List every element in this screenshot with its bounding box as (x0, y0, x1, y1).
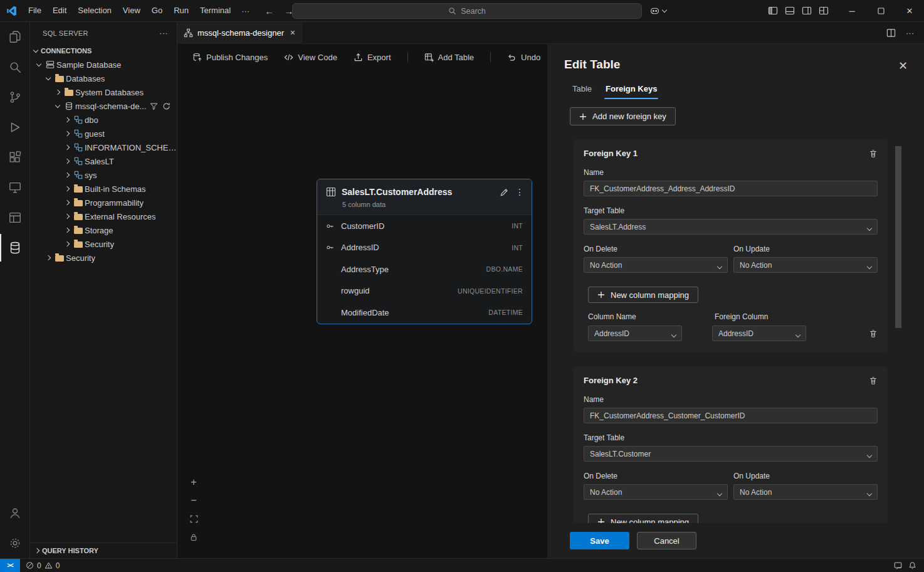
table-card-customeraddress[interactable]: SalesLT.CustomerAddress ⋮ 5 column data … (317, 179, 532, 324)
menu-edit[interactable]: Edit (47, 3, 72, 19)
explorer-icon[interactable] (0, 22, 30, 52)
tree-item-storage[interactable]: Storage (30, 223, 177, 237)
menubar-overflow[interactable]: ··· (236, 6, 255, 16)
source-control-icon[interactable] (0, 82, 30, 112)
panel-tab-foreign-keys[interactable]: Foreign Keys (599, 79, 664, 99)
connections-section-header[interactable]: CONNECTIONS (30, 44, 177, 58)
table-kebab-menu-icon[interactable]: ⋮ (515, 187, 524, 197)
new-column-mapping-button[interactable]: New column mapping (588, 514, 698, 523)
cancel-button[interactable]: Cancel (637, 532, 696, 549)
notifications-bell-icon[interactable] (908, 561, 916, 569)
on-delete-select[interactable]: No Action (584, 484, 728, 500)
search-view-icon[interactable] (0, 52, 30, 82)
menu-view[interactable]: View (117, 3, 146, 19)
panel-tab-table[interactable]: Table (565, 79, 599, 99)
tree-item-programmability[interactable]: Programmability (30, 196, 177, 209)
column-row-addressid[interactable]: AddressIDINT (317, 237, 532, 259)
extensions-icon[interactable] (0, 142, 30, 172)
fit-view-button[interactable] (189, 514, 199, 524)
delete-foreign-key-icon[interactable] (869, 376, 878, 385)
sidebar-more-actions[interactable]: ··· (159, 28, 168, 38)
menu-terminal[interactable]: Terminal (194, 3, 236, 19)
tree-item-security[interactable]: Security (30, 251, 177, 265)
account-icon[interactable] (0, 498, 30, 528)
tree-item-sys[interactable]: sys (30, 168, 177, 182)
run-and-debug-icon[interactable] (0, 112, 30, 142)
remote-indicator[interactable]: >< (0, 559, 20, 572)
toolbar-undo-button[interactable]: Undo (507, 53, 540, 62)
maximize-button[interactable] (866, 0, 895, 21)
close-window-button[interactable]: ✕ (895, 0, 924, 21)
toggle-panel-icon[interactable] (785, 6, 795, 16)
sql-projects-icon[interactable] (0, 203, 30, 233)
column-name-select[interactable]: AddressID (588, 326, 682, 341)
close-panel-icon[interactable]: ✕ (898, 60, 908, 72)
tree-item-security[interactable]: Security (30, 237, 177, 251)
column-mapping-section: New column mappingColumn NameForeign Col… (588, 273, 878, 341)
tree-item-guest[interactable]: guest (30, 127, 177, 140)
filter-icon[interactable] (150, 102, 158, 110)
toolbar-export-button[interactable]: Export (354, 53, 391, 62)
delete-mapping-icon[interactable] (869, 329, 878, 338)
table-grid-icon (326, 187, 336, 197)
foreign-key-name-input[interactable] (584, 408, 878, 423)
tree-item-built-in-schemas[interactable]: Built-in Schemas (30, 182, 177, 196)
sql-server-view-icon[interactable] (0, 233, 30, 263)
column-row-customerid[interactable]: CustomerIDINT (317, 215, 532, 237)
column-row-modifieddate[interactable]: ModifiedDateDATETIME (317, 302, 532, 324)
customize-layout-icon[interactable] (819, 6, 829, 16)
target-table-select[interactable]: SalesLT.Address (584, 219, 878, 235)
back-arrow-icon[interactable]: ← (265, 6, 274, 16)
tree-item-databases[interactable]: Databases (30, 72, 177, 85)
zoom-out-button[interactable]: − (189, 495, 199, 506)
edit-pencil-icon[interactable] (500, 188, 509, 197)
editor-feedback-icon[interactable] (894, 561, 902, 569)
on-delete-select[interactable]: No Action (584, 257, 728, 273)
tree-item-sample-database[interactable]: Sample Database (30, 58, 177, 72)
new-column-mapping-button[interactable]: New column mapping (588, 287, 698, 303)
table-card-header[interactable]: SalesLT.CustomerAddress ⋮ 5 column data (317, 179, 532, 215)
menu-go[interactable]: Go (146, 3, 168, 19)
delete-foreign-key-icon[interactable] (869, 149, 878, 158)
minimize-button[interactable]: ─ (837, 0, 866, 21)
tree-item-mssql-schema-de[interactable]: mssql-schema-de... (30, 99, 177, 113)
foreign-key-name-input[interactable] (584, 181, 878, 196)
tab-mssql-schema-designer[interactable]: mssql-schema-designer × (177, 22, 302, 44)
tree-item-external-resources[interactable]: External Resources (30, 209, 177, 223)
column-row-rowguid[interactable]: rowguidUNIQUEIDENTIFIER (317, 280, 532, 302)
add-new-foreign-key-button[interactable]: Add new foreign key (570, 107, 676, 125)
column-row-addresstype[interactable]: AddressTypeDBO.NAME (317, 258, 532, 280)
query-history-section-header[interactable]: QUERY HISTORY (30, 543, 177, 558)
editor-more-actions[interactable]: ··· (906, 28, 914, 38)
toolbar-publish-button[interactable]: Publish Changes (192, 53, 268, 62)
schema-designer-canvas[interactable]: Publish ChangesView CodeExportAdd TableU… (177, 44, 547, 558)
search-input[interactable]: Search (292, 3, 642, 19)
problems-status[interactable]: 0 0 (20, 561, 65, 570)
refresh-icon[interactable] (162, 102, 171, 110)
toolbar-view-code-button[interactable]: View Code (284, 53, 337, 62)
tree-item-system-databases[interactable]: System Databases (30, 85, 177, 99)
target-table-select[interactable]: SalesLT.Customer (584, 446, 878, 462)
split-editor-icon[interactable] (886, 28, 896, 38)
panel-scrollbar[interactable] (895, 146, 901, 328)
menu-file[interactable]: File (23, 3, 47, 19)
copilot-menu[interactable] (649, 3, 666, 19)
toolbar-add-table-button[interactable]: Add Table (424, 53, 475, 62)
toggle-secondary-sidebar-icon[interactable] (802, 6, 812, 16)
close-tab-icon[interactable]: × (290, 28, 295, 38)
save-button[interactable]: Save (570, 532, 629, 549)
foreign-column-select[interactable]: AddressID (712, 326, 806, 341)
zoom-in-button[interactable]: + (189, 477, 199, 487)
menu-run[interactable]: Run (168, 3, 194, 19)
toggle-primary-sidebar-icon[interactable] (768, 6, 778, 16)
settings-gear-icon[interactable] (0, 528, 30, 558)
lock-button[interactable] (189, 532, 199, 542)
chevron-right-icon (62, 146, 72, 149)
on-update-select[interactable]: No Action (733, 257, 878, 273)
tree-item-dbo[interactable]: dbo (30, 113, 177, 127)
tree-item-information-schema[interactable]: INFORMATION_SCHEMA (30, 140, 177, 154)
tree-item-saleslt[interactable]: SalesLT (30, 154, 177, 168)
on-update-select[interactable]: No Action (733, 484, 878, 500)
menu-selection[interactable]: Selection (72, 3, 117, 19)
remote-explorer-icon[interactable] (0, 172, 30, 203)
